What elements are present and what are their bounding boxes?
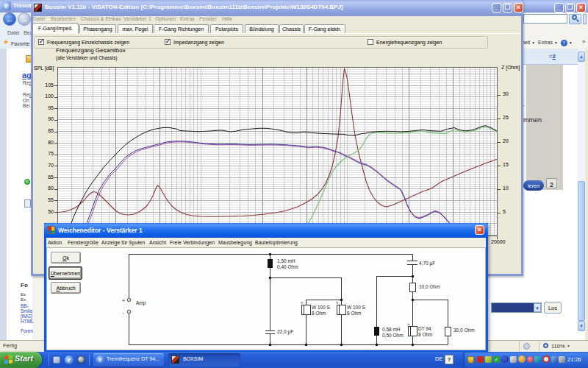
svg-text:8 Ohm: 8 Ohm xyxy=(347,311,362,316)
svg-text:+: + xyxy=(301,300,304,305)
svg-text:DT 94: DT 94 xyxy=(418,326,431,331)
svg-text:8 Ohm: 8 Ohm xyxy=(418,332,433,337)
svg-text:+: + xyxy=(407,322,410,326)
svg-text:0,40 Ohm: 0,40 Ohm xyxy=(277,264,298,269)
svg-text:22,0 µF: 22,0 µF xyxy=(277,329,293,335)
svg-text:Amp: Amp xyxy=(136,300,146,306)
svg-text:W 100 S: W 100 S xyxy=(347,305,366,310)
svg-text:-: - xyxy=(123,310,125,315)
svg-text:+: + xyxy=(122,298,125,303)
svg-text:0,58 mH: 0,58 mH xyxy=(382,327,401,332)
svg-text:1,50 mH: 1,50 mH xyxy=(277,258,295,263)
svg-text:4,70 µF: 4,70 µF xyxy=(419,261,435,266)
svg-text:W 100 S: W 100 S xyxy=(312,305,331,310)
svg-text:10,0 Ohm: 10,0 Ohm xyxy=(419,284,440,289)
svg-text:0,50 Ohm: 0,50 Ohm xyxy=(382,333,404,338)
svg-text:8 Ohm: 8 Ohm xyxy=(312,311,326,316)
svg-text:30,0 Ohm: 30,0 Ohm xyxy=(453,328,475,333)
svg-text:+: + xyxy=(336,300,339,305)
